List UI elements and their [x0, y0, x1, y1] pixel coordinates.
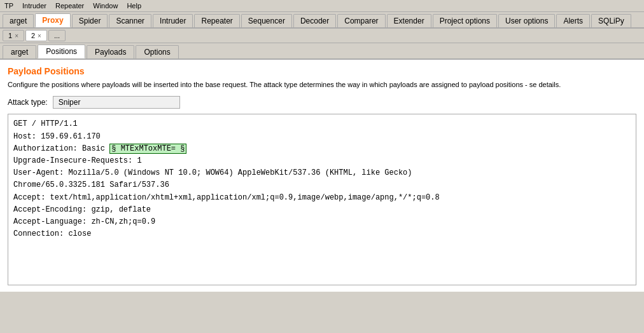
tab-user-options[interactable]: User options: [498, 14, 555, 27]
tab-extender[interactable]: Extender: [387, 14, 431, 27]
request-editor[interactable]: GET / HTTP/1.1 Host: 159.69.61.170 Autho…: [8, 114, 636, 285]
tab-sub-positions[interactable]: Positions: [38, 44, 85, 58]
num-tab-1[interactable]: 1 ×: [3, 30, 24, 41]
attack-type-label: Attack type:: [8, 98, 48, 107]
tab-sub-payloads[interactable]: Payloads: [87, 45, 134, 58]
menu-item-intruder[interactable]: Intruder: [20, 1, 48, 10]
main-tab-bar: arget Proxy Spider Scanner Intruder Repe…: [0, 12, 644, 29]
attack-type-row: Attack type: Sniper: [8, 96, 636, 109]
sub-tab-bar: arget Positions Payloads Options: [0, 43, 644, 60]
tab-comparer[interactable]: Comparer: [337, 14, 385, 27]
main-content: Payload Positions Configure the position…: [0, 60, 644, 292]
payload-marker[interactable]: § MTExMToxMTE= §: [109, 144, 186, 154]
num-tab-more-label: ...: [54, 32, 60, 39]
description-text: Configure the positions where payloads w…: [8, 80, 636, 90]
num-tab-1-label: 1: [8, 32, 12, 39]
tab-decoder[interactable]: Decoder: [293, 14, 336, 27]
tab-sequencer[interactable]: Sequencer: [241, 14, 292, 27]
num-tab-2[interactable]: 2 ×: [25, 30, 47, 41]
attack-type-dropdown[interactable]: Sniper: [53, 96, 180, 109]
tab-proxy[interactable]: Proxy: [35, 13, 70, 27]
tab-alerts[interactable]: Alerts: [556, 14, 590, 27]
tab-project-options[interactable]: Project options: [433, 14, 497, 27]
number-tab-bar: 1 × 2 × ...: [0, 29, 644, 43]
tab-repeater[interactable]: Repeater: [194, 14, 239, 27]
num-tab-2-close[interactable]: ×: [38, 32, 41, 39]
num-tab-2-label: 2: [31, 32, 35, 39]
request-line-1: GET / HTTP/1.1 Host: 159.69.61.170 Autho…: [13, 119, 440, 238]
num-tab-more[interactable]: ...: [48, 30, 66, 41]
tab-scanner[interactable]: Scanner: [109, 14, 151, 27]
tab-sqlipy[interactable]: SQLiPy: [591, 14, 631, 27]
menu-item-help[interactable]: Help: [125, 1, 143, 10]
section-title: Payload Positions: [8, 66, 636, 76]
tab-intruder[interactable]: Intruder: [153, 14, 193, 27]
tab-sub-options[interactable]: Options: [136, 45, 178, 58]
menu-item-window[interactable]: Window: [91, 1, 120, 10]
num-tab-1-close[interactable]: ×: [15, 32, 18, 39]
menu-item-tp[interactable]: TP: [3, 1, 15, 10]
tab-sub-target[interactable]: arget: [3, 45, 36, 58]
tab-spider[interactable]: Spider: [72, 14, 108, 27]
tab-target[interactable]: arget: [3, 14, 34, 27]
menu-item-repeater[interactable]: Repeater: [53, 1, 86, 10]
menu-bar: TP Intruder Repeater Window Help: [0, 0, 644, 12]
